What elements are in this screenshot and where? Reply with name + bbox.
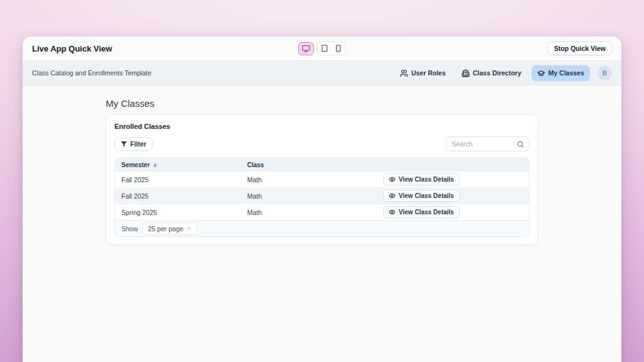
stop-quick-view-button[interactable]: Stop Quick View bbox=[548, 41, 612, 55]
eye-icon bbox=[389, 176, 396, 183]
tablet-icon bbox=[321, 45, 328, 52]
filter-button[interactable]: Filter bbox=[114, 137, 153, 151]
monitor-icon bbox=[302, 45, 310, 53]
filter-button-label: Filter bbox=[130, 140, 147, 148]
eye-icon bbox=[389, 192, 396, 199]
nav-item-label: My Classes bbox=[548, 69, 584, 77]
school-icon bbox=[462, 69, 470, 77]
nav-item-user-roles[interactable]: User Roles bbox=[394, 65, 452, 81]
device-preview-switcher bbox=[298, 41, 346, 55]
cell-class: Math bbox=[247, 192, 383, 200]
cell-semester: Fall 2025 bbox=[121, 192, 247, 200]
view-class-details-button[interactable]: View Class Details bbox=[383, 190, 460, 202]
sort-desc-arrow-icon bbox=[152, 162, 158, 168]
user-avatar[interactable]: B bbox=[597, 66, 612, 80]
show-label: Show bbox=[121, 225, 138, 233]
enrolled-classes-card: Enrolled Classes Filter bbox=[106, 114, 538, 245]
table-row: Fall 2025 Math View Class Details bbox=[115, 171, 529, 187]
quick-view-window: Live App Quick View S bbox=[23, 36, 621, 362]
mobile-preview-button[interactable] bbox=[331, 42, 345, 55]
cell-semester: Spring 2025 bbox=[121, 209, 247, 216]
titlebar: Live App Quick View S bbox=[23, 36, 621, 61]
device-pair bbox=[317, 41, 346, 55]
cell-class: Math bbox=[247, 209, 383, 216]
view-class-details-button[interactable]: View Class Details bbox=[383, 173, 460, 185]
table-row: Spring 2025 Math View Class Details bbox=[115, 204, 529, 220]
column-header-semester[interactable]: Semester bbox=[121, 162, 247, 168]
nav-item-my-classes[interactable]: My Classes bbox=[531, 65, 590, 81]
table-footer: Show 25 per page bbox=[115, 220, 529, 236]
graduation-cap-icon bbox=[537, 69, 545, 77]
nav-item-class-directory[interactable]: Class Directory bbox=[456, 65, 527, 81]
cell-class: Math bbox=[247, 176, 383, 184]
table-header-row: Semester Class bbox=[115, 158, 529, 171]
filter-icon bbox=[121, 141, 127, 147]
desktop-preview-button[interactable] bbox=[298, 42, 314, 55]
tablet-preview-button[interactable] bbox=[318, 42, 331, 55]
column-header-class[interactable]: Class bbox=[247, 162, 383, 168]
per-page-value: 25 per page bbox=[148, 225, 183, 233]
view-class-details-label: View Class Details bbox=[399, 176, 454, 183]
table-row: Fall 2025 Math View Class Details bbox=[115, 187, 529, 204]
column-header-label: Class bbox=[247, 162, 264, 168]
card-title: Enrolled Classes bbox=[114, 123, 530, 130]
column-header-label: Semester bbox=[121, 162, 150, 168]
nav-menu: User Roles Class Directory My Classes B bbox=[394, 65, 612, 81]
per-page-select[interactable]: 25 per page bbox=[142, 222, 197, 235]
view-class-details-label: View Class Details bbox=[399, 192, 454, 199]
table-toolbar: Filter bbox=[114, 136, 530, 151]
view-class-details-label: View Class Details bbox=[399, 209, 454, 216]
page-title: My Classes bbox=[106, 98, 538, 109]
users-icon bbox=[400, 69, 408, 77]
breadcrumb: Class Catalog and Enrollments Template bbox=[32, 69, 152, 77]
window-title: Live App Quick View bbox=[32, 44, 112, 53]
view-class-details-button[interactable]: View Class Details bbox=[383, 206, 460, 218]
search-input[interactable] bbox=[452, 140, 513, 148]
live-app-content: My Classes Enrolled Classes Filter bbox=[23, 85, 621, 245]
enrolled-classes-table: Semester Class Fall 2025 Math bbox=[114, 158, 530, 237]
nav-item-label: Class Directory bbox=[473, 69, 521, 77]
live-app-navbar: Class Catalog and Enrollments Template U… bbox=[23, 61, 621, 85]
smartphone-icon bbox=[335, 45, 342, 52]
search-icon bbox=[517, 141, 524, 148]
eye-icon bbox=[389, 209, 396, 216]
nav-item-label: User Roles bbox=[411, 69, 446, 77]
search-box bbox=[446, 136, 530, 151]
cell-semester: Fall 2025 bbox=[121, 176, 247, 184]
chevron-down-icon bbox=[186, 226, 192, 231]
